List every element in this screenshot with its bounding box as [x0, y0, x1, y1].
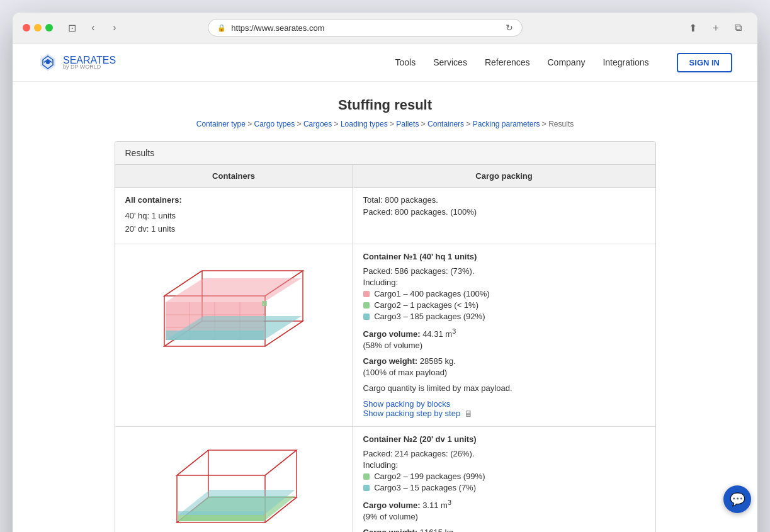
page-title: Stuffing result — [115, 97, 656, 113]
logo: SEARATES by DP WORLD — [38, 52, 116, 72]
total-line1: Total: 800 packages. — [363, 195, 645, 205]
container2-including: Including: — [363, 460, 645, 470]
nav-references[interactable]: References — [485, 57, 530, 67]
c2-cargo2-text: Cargo2 – 199 packages (99%) — [374, 472, 485, 481]
maximize-button[interactable] — [45, 24, 53, 31]
svg-marker-34 — [178, 515, 264, 521]
breadcrumb-results: Results — [548, 120, 574, 128]
unit-40hq: 40' hq: 1 units — [125, 210, 343, 223]
tabs-button[interactable]: ⧉ — [730, 19, 747, 37]
c2-weight-label: Cargo weight: — [363, 528, 420, 532]
address-bar[interactable]: 🔒 https://www.searates.com ↻ — [208, 19, 523, 37]
c2-weight-value: 11615 kg. — [420, 528, 456, 532]
refresh-button[interactable]: ↻ — [506, 23, 513, 33]
container2-title: Container №2 (20' dv 1 units) — [363, 434, 645, 444]
page-content: SEARATES by DP WORLD Tools Services Refe… — [13, 43, 757, 532]
cargo2-dot — [363, 302, 370, 308]
forward-button[interactable]: › — [106, 19, 123, 37]
results-section: Results Containers Cargo packing All con… — [115, 141, 656, 532]
container2-details: Container №2 (20' dv 1 units) Packed: 21… — [353, 426, 655, 532]
container1-row: Container №1 (40' hq 1 units) Packed: 58… — [115, 244, 655, 426]
container1-cargo1: Cargo1 – 400 packages (100%) — [363, 289, 645, 298]
volume-value: 44.31 m3 — [422, 329, 456, 339]
weight-label: Cargo weight: — [363, 356, 420, 366]
container1-title: Container №1 (40' hq 1 units) — [363, 252, 645, 261]
c2-cargo3-dot — [363, 485, 370, 491]
browser-nav-buttons: ⊡ ‹ › — [63, 19, 123, 37]
nav-services[interactable]: Services — [433, 57, 467, 67]
weight-value: 28585 kg. — [420, 356, 456, 366]
show-packing-blocks-link[interactable]: Show packing by blocks — [363, 399, 645, 409]
c2-cargo3-text: Cargo3 – 15 packages (7%) — [374, 483, 476, 492]
nav-integrations[interactable]: Integrations — [603, 57, 648, 67]
container1-weight-pct: (100% of max payload) — [363, 368, 645, 377]
svg-rect-22 — [262, 301, 267, 306]
chat-icon: 💬 — [730, 492, 745, 507]
sign-in-button[interactable]: SIGN IN — [677, 53, 732, 72]
url-text: https://www.searates.com — [231, 23, 324, 33]
container1-volume-pct: (58% of volume) — [363, 341, 645, 350]
container1-weight: Cargo weight: 28585 kg. — [363, 356, 645, 366]
logo-text: SEARATES by DP WORLD — [63, 55, 116, 70]
breadcrumb-cargo-types[interactable]: Cargo types — [254, 120, 295, 128]
all-containers-label: All containers: — [125, 195, 343, 205]
site-nav: SEARATES by DP WORLD Tools Services Refe… — [13, 43, 757, 82]
close-button[interactable] — [23, 24, 30, 31]
browser-actions: ⬆ ＋ ⧉ — [684, 19, 747, 37]
unit-20dv: 20' dv: 1 units — [125, 223, 343, 236]
container1-packed: Packed: 586 packages: (73%). — [363, 266, 645, 276]
container1-cargo3: Cargo3 – 185 packages (92%) — [363, 312, 645, 321]
monitor-icon: 🖥 — [464, 409, 473, 419]
minimize-button[interactable] — [34, 24, 42, 31]
browser-window: ⊡ ‹ › 🔒 https://www.searates.com ↻ ⬆ ＋ ⧉ — [13, 13, 757, 532]
svg-line-32 — [265, 450, 297, 475]
svg-marker-36 — [178, 511, 264, 515]
container1-volume: Cargo volume: 44.31 m3 — [363, 327, 645, 339]
container1-cargo2: Cargo2 – 1 packages (< 1%) — [363, 300, 645, 310]
total-line2: Packed: 800 packages. (100%) — [363, 207, 645, 217]
summary-row: All containers: 40' hq: 1 units 20' dv: … — [115, 188, 655, 244]
c2-volume-label: Cargo volume: — [363, 501, 423, 510]
container2-visualization — [125, 434, 343, 532]
volume-label: Cargo volume: — [363, 329, 423, 339]
cargo1-dot — [363, 291, 370, 297]
sidebar-toggle-button[interactable]: ⊡ — [63, 19, 81, 37]
col-containers: Containers — [115, 165, 353, 188]
c2-volume-value: 3.11 m3 — [422, 501, 451, 510]
summary-cargo: Total: 800 packages. Packed: 800 package… — [353, 188, 655, 244]
main-content: Stuffing result Container type > Cargo t… — [102, 82, 669, 532]
breadcrumb-container-type[interactable]: Container type — [196, 120, 246, 128]
show-packing-step-link[interactable]: Show packing step by step — [363, 409, 461, 418]
container2-cargo2: Cargo2 – 199 packages (99%) — [363, 472, 645, 481]
breadcrumb-packing-parameters[interactable]: Packing parameters — [473, 120, 540, 128]
container1-warning: Cargo quantity is limited by max payload… — [363, 383, 645, 393]
breadcrumb-containers[interactable]: Containers — [427, 120, 464, 128]
svg-marker-21 — [166, 331, 264, 340]
browser-chrome: ⊡ ‹ › 🔒 https://www.searates.com ↻ ⬆ ＋ ⧉ — [13, 13, 757, 43]
c2-cargo2-dot — [363, 473, 370, 480]
results-header: Results — [115, 142, 655, 165]
share-button[interactable]: ⬆ — [684, 19, 702, 37]
svg-line-31 — [177, 450, 208, 475]
breadcrumb-pallets[interactable]: Pallets — [396, 120, 419, 128]
container1-including: Including: — [363, 278, 645, 287]
container1-visualization — [125, 252, 343, 378]
results-table: Containers Cargo packing All containers:… — [115, 165, 655, 532]
svg-marker-24 — [177, 450, 297, 475]
back-button[interactable]: ‹ — [84, 19, 102, 37]
new-tab-button[interactable]: ＋ — [707, 19, 725, 37]
container1-details: Container №1 (40' hq 1 units) Packed: 58… — [353, 244, 655, 426]
breadcrumb-cargoes[interactable]: Cargoes — [303, 120, 332, 128]
cargo3-dot — [363, 314, 370, 320]
chat-button[interactable]: 💬 — [723, 485, 751, 513]
nav-tools[interactable]: Tools — [395, 57, 416, 67]
col-cargo-packing: Cargo packing — [353, 165, 655, 188]
container2-volume-pct: (9% of volume) — [363, 512, 645, 521]
nav-company[interactable]: Company — [548, 57, 586, 67]
show-packing-step-row: Show packing step by step 🖥 — [363, 409, 645, 419]
breadcrumb: Container type > Cargo types > Cargoes >… — [115, 120, 656, 128]
container2-row: Container №2 (20' dv 1 units) Packed: 21… — [115, 426, 655, 532]
container2-weight: Cargo weight: 11615 kg. — [363, 528, 645, 532]
cargo3-text: Cargo3 – 185 packages (92%) — [374, 312, 485, 321]
breadcrumb-loading-types[interactable]: Loading types — [341, 120, 388, 128]
